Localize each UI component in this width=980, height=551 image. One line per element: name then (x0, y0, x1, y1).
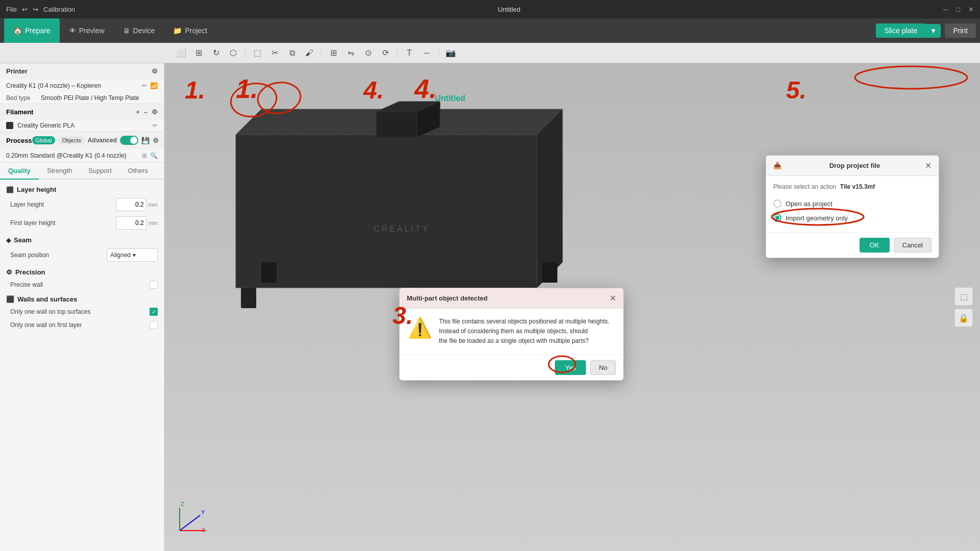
drop-dialog-cancel[interactable]: Cancel (894, 238, 932, 253)
process-header: Process Global Objects Advanced 💾 ⚙ (0, 132, 164, 149)
seam-position-label: Seam position (10, 252, 107, 259)
select-tool[interactable]: ⬚ (250, 45, 265, 61)
cut-tool[interactable]: ✂ (267, 45, 282, 61)
tab-preview[interactable]: 👁 Preview (60, 18, 114, 43)
arrange-tool[interactable]: ⊞ (326, 45, 341, 61)
slice-dropdown-button[interactable]: ▼ (925, 24, 941, 38)
advanced-toggle[interactable] (120, 136, 138, 145)
text-tool[interactable]: T (402, 45, 417, 61)
one-wall-first-checkbox[interactable] (150, 321, 158, 329)
layer-height-input[interactable] (116, 198, 146, 211)
precision-group-header[interactable]: ⚙ Precision (0, 264, 164, 278)
seam-dropdown-arrow: ▾ (133, 252, 136, 259)
walls-surfaces-group-header[interactable]: ⬛ Walls and surfaces (0, 291, 164, 305)
one-wall-top-checkbox[interactable] (150, 308, 158, 316)
multi-part-no[interactable]: No (590, 360, 616, 375)
objects-tag[interactable]: Objects (58, 136, 84, 144)
move-tool[interactable]: ⬜ (174, 45, 189, 61)
app-menu[interactable]: File (6, 6, 17, 13)
measure-tool[interactable]: ─ (419, 45, 434, 61)
minimize-btn[interactable]: ─ (943, 6, 948, 13)
fill-tool[interactable]: ⊙ (360, 45, 376, 61)
warning-icon: ⚠️ (408, 317, 432, 339)
process-save-icon[interactable]: 💾 (141, 137, 150, 144)
undo-icon[interactable]: ↩ (22, 6, 28, 13)
global-tag[interactable]: Global (32, 136, 56, 144)
layer-height-unit: mm (149, 202, 158, 208)
mirror-tool[interactable]: ⇋ (343, 45, 358, 61)
rotate-tool[interactable]: ↻ (208, 45, 224, 61)
preset-name: 0.20mm Standard @Creality K1 (0.4 nozzle… (6, 152, 127, 159)
grid-tool[interactable]: ⊞ (191, 45, 206, 61)
drop-project-dialog[interactable]: 📥 Drop project file ✕ Please select an a… (766, 155, 939, 258)
viewport: 1. 4. (164, 63, 980, 551)
svg-text:Y: Y (201, 509, 205, 515)
app-title: Calibration (43, 6, 75, 13)
home-icon: 🏠 (13, 27, 22, 35)
bed-type-value: Smooth PEI Plate / High Temp Plate (41, 94, 139, 102)
seam-position-dropdown[interactable]: Aligned ▾ (107, 248, 158, 262)
tab-project[interactable]: 📁 Project (164, 18, 216, 43)
filament-settings-icon[interactable]: ⚙ (152, 108, 158, 116)
one-wall-first-label: Only one wall on first layer (10, 321, 150, 329)
printer-label: Printer (6, 67, 28, 75)
tab-quality[interactable]: Quality (0, 163, 39, 180)
maximize-btn[interactable]: □ (956, 6, 960, 13)
filament-section: Filament + – ⚙ Creality Generic PLA ✏ (0, 104, 164, 132)
orient-tool[interactable]: ⟳ (378, 45, 393, 61)
print-button[interactable]: Print (945, 23, 976, 38)
view3d-tool[interactable]: ⬡ (226, 45, 241, 61)
slice-plate-button[interactable]: Slice plate (876, 23, 925, 38)
redo-icon[interactable]: ↪ (33, 6, 38, 13)
main-area: Printer ⚙ Creality K1 (0.4 nozzle) – Kop… (0, 63, 980, 551)
import-geometry-radio[interactable] (773, 214, 781, 222)
layer-height-group-header[interactable]: ⬛ Layer height (0, 182, 164, 195)
svg-line-42 (180, 515, 200, 531)
close-btn[interactable]: ✕ (968, 6, 974, 13)
left-panel: Printer ⚙ Creality K1 (0.4 nozzle) – Kop… (0, 63, 164, 551)
tool-separator-4 (438, 48, 439, 58)
drop-dialog-ok[interactable]: OK (860, 238, 890, 253)
settings-content: ⬛ Layer height Layer height mm First lay… (0, 180, 164, 334)
warning-line2: Instead of considering them as multiple … (439, 327, 609, 336)
tab-strength[interactable]: Strength (39, 163, 80, 180)
printer-settings-icon[interactable]: ⚙ (152, 67, 158, 75)
filament-add-icon[interactable]: + (136, 108, 140, 116)
tab-support[interactable]: Support (80, 163, 120, 180)
filament-edit-icon[interactable]: ✏ (153, 122, 158, 129)
lock-icon[interactable]: 🔒 (954, 309, 973, 327)
preset-compare-icon[interactable]: ⊞ (142, 152, 147, 159)
open-project-option[interactable]: Open as project (773, 196, 932, 211)
paint-tool[interactable]: 🖌 (302, 45, 317, 61)
flatten-icon[interactable]: ⬚ (954, 287, 973, 306)
viewport-side-icons: ⬚ 🔒 (954, 287, 973, 327)
camera-tool[interactable]: 📷 (443, 45, 458, 61)
tab-others[interactable]: Others (120, 163, 156, 180)
printer-edit-icon[interactable]: ✏ (142, 82, 147, 89)
import-geometry-option[interactable]: Import geometry only (773, 211, 932, 225)
multi-part-yes[interactable]: Yes (555, 360, 586, 375)
tab-device[interactable]: 🖥 Device (114, 18, 164, 43)
seam-position-value: Aligned (110, 252, 131, 259)
drop-dialog-close[interactable]: ✕ (925, 161, 932, 170)
device-icon: 🖥 (123, 27, 130, 35)
support-tool[interactable]: ⧉ (284, 45, 300, 61)
filament-remove-icon[interactable]: – (144, 108, 148, 116)
open-project-radio[interactable] (773, 199, 781, 208)
process-settings-icon[interactable]: ⚙ (153, 137, 159, 144)
seam-group-header[interactable]: ◈ Seam (0, 232, 164, 246)
multi-part-close[interactable]: ✕ (609, 293, 616, 303)
multi-part-dialog[interactable]: Multi-part object detected ✕ ⚠️ 3. This … (399, 288, 624, 381)
tool-row: ⬜ ⊞ ↻ ⬡ ⬚ ✂ ⧉ 🖌 ⊞ ⇋ ⊙ ⟳ T ─ 📷 (0, 43, 980, 63)
warning-text: This file contains several objects posit… (439, 317, 609, 346)
preset-search-icon[interactable]: 🔍 (150, 152, 158, 159)
printer-wifi-icon[interactable]: 📶 (150, 82, 158, 89)
first-layer-input[interactable] (116, 216, 146, 230)
precise-wall-checkbox[interactable] (150, 281, 158, 289)
object-label: Untitled (435, 94, 465, 103)
svg-text:X: X (202, 527, 206, 533)
one-wall-top-row: Only one wall on top surfaces (0, 305, 164, 318)
process-section: Process Global Objects Advanced 💾 ⚙ 0.20… (0, 132, 164, 163)
tab-prepare[interactable]: 🏠 Prepare (4, 18, 60, 43)
tool-separator-2 (321, 48, 322, 58)
